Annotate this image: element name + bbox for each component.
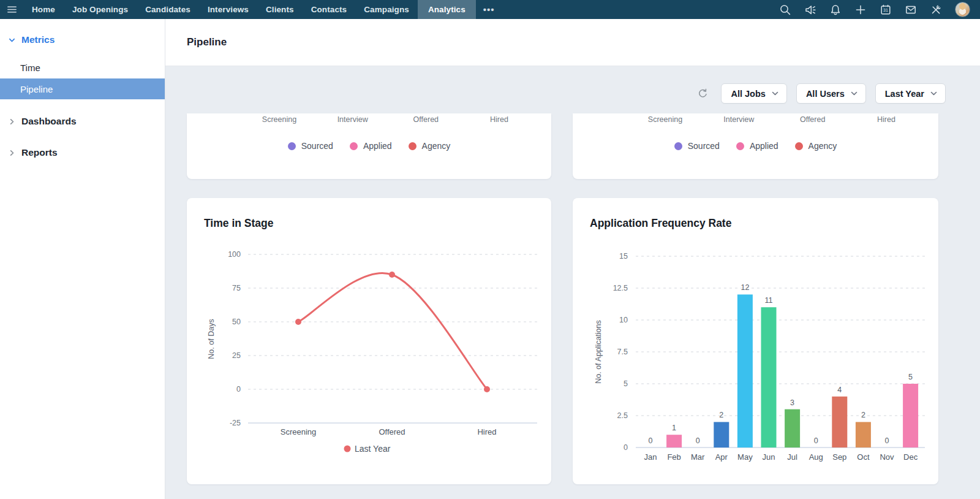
search-icon[interactable] <box>779 4 791 16</box>
sidebar-item-time[interactable]: Time <box>0 57 165 78</box>
legend-label: Agency <box>422 141 451 151</box>
date-range-filter-value: Last Year <box>885 89 924 99</box>
y-tick-label: 0 <box>624 443 628 452</box>
bar-value-label: 5 <box>908 373 913 381</box>
bar-value-label: 2 <box>861 411 865 419</box>
bar-dec[interactable] <box>903 384 918 448</box>
bar-value-label: 0 <box>814 436 818 445</box>
sidebar-group-label: Dashboards <box>21 116 77 127</box>
nav-more-button[interactable]: ••• <box>476 0 502 19</box>
x-tick-label: Mar <box>691 452 705 462</box>
x-tick-label: Nov <box>880 452 894 462</box>
chevron-down-icon <box>930 91 937 96</box>
nav-item-job-openings[interactable]: Job Openings <box>64 0 137 19</box>
primary-nav: Home Job Openings Candidates Interviews … <box>23 0 502 19</box>
bar-feb[interactable] <box>666 435 682 448</box>
chevron-down-icon <box>772 91 778 96</box>
mail-icon[interactable] <box>905 4 917 16</box>
legend-entry-applied[interactable]: Applied <box>350 141 392 151</box>
legend-entry-agency[interactable]: Agency <box>409 141 451 151</box>
bar-value-label: 11 <box>765 296 773 305</box>
bar-sep[interactable] <box>832 397 847 448</box>
stage-label: Interview <box>317 115 389 124</box>
sidebar-group-metrics[interactable]: Metrics <box>0 29 165 50</box>
x-tick-label: Jul <box>787 452 797 462</box>
y-tick-label: 25 <box>232 351 241 360</box>
x-tick-label: May <box>737 452 753 462</box>
legend-entry-sourced[interactable]: Sourced <box>288 141 333 151</box>
legend-entry-agency[interactable]: Agency <box>795 141 837 151</box>
bar-jun[interactable] <box>761 307 777 448</box>
nav-item-interviews[interactable]: Interviews <box>199 0 257 19</box>
data-point-hired[interactable] <box>484 386 490 392</box>
sidebar: Metrics Time Pipeline Dashboards Reports <box>0 19 165 499</box>
bar-oct[interactable] <box>856 422 871 448</box>
x-tick-label: Aug <box>809 452 823 462</box>
legend-entry-applied[interactable]: Applied <box>736 141 778 151</box>
jobs-filter-value: All Jobs <box>731 89 765 99</box>
bar-value-label: 0 <box>649 436 653 445</box>
nav-item-campaigns[interactable]: Campaigns <box>355 0 418 19</box>
pipeline-chart-card-right: Screening Interview Offered Hired Source… <box>573 113 938 179</box>
legend-dot <box>409 142 417 150</box>
date-range-filter-dropdown[interactable]: Last Year <box>875 83 946 104</box>
bar-value-label: 0 <box>696 436 700 445</box>
line-series <box>298 273 487 389</box>
data-point-screening[interactable] <box>295 319 301 325</box>
notifications-bell-icon[interactable] <box>829 4 842 16</box>
y-tick-label: 100 <box>228 250 241 259</box>
jobs-filter-dropdown[interactable]: All Jobs <box>721 83 786 104</box>
bar-may[interactable] <box>737 294 753 448</box>
x-tick-label: Jan <box>644 452 657 462</box>
nav-item-candidates[interactable]: Candidates <box>137 0 199 19</box>
bar-jul[interactable] <box>785 409 800 448</box>
data-point-offered[interactable] <box>389 272 395 278</box>
refresh-button[interactable] <box>695 86 710 102</box>
time-in-stage-card: Time in Stage 1007550250-25No. of DaysSc… <box>187 198 551 484</box>
user-avatar[interactable] <box>955 2 970 17</box>
legend-dot <box>736 142 744 150</box>
y-tick-label: 75 <box>232 284 241 292</box>
page-title: Pipeline <box>187 36 227 48</box>
tools-settings-icon[interactable] <box>930 4 942 16</box>
bar-value-label: 2 <box>719 411 723 419</box>
y-tick-label: 5 <box>624 379 628 388</box>
x-tick-label: Jun <box>763 452 775 462</box>
legend-dot <box>674 142 682 150</box>
sidebar-item-pipeline[interactable]: Pipeline <box>0 78 165 99</box>
y-axis-title: No. of Days <box>207 319 216 359</box>
hamburger-menu-icon[interactable] <box>0 0 23 19</box>
sidebar-group-dashboards[interactable]: Dashboards <box>0 111 165 132</box>
chart-legend: Sourced Applied Agency <box>573 141 938 151</box>
users-filter-dropdown[interactable]: All Users <box>796 83 866 104</box>
legend-label[interactable]: Last Year <box>355 444 391 454</box>
filter-row: All Jobs All Users Last Year <box>165 83 946 104</box>
svg-text:31: 31 <box>883 8 888 12</box>
nav-item-clients[interactable]: Clients <box>257 0 303 19</box>
chevron-down-icon <box>851 91 858 96</box>
stage-label: Offered <box>777 115 849 124</box>
nav-item-home[interactable]: Home <box>23 0 64 19</box>
calendar-icon[interactable]: 31 <box>880 4 892 16</box>
legend-entry-sourced[interactable]: Sourced <box>674 141 720 151</box>
stage-axis-labels: Screening Interview Offered Hired <box>629 115 922 124</box>
x-tick-label: Screening <box>281 427 317 436</box>
legend-dot <box>795 142 803 150</box>
y-tick-label: 15 <box>619 252 628 261</box>
bar-value-label: 1 <box>672 424 676 432</box>
application-frequency-card: Application Frequency Rate 1512.5107.552… <box>573 198 938 484</box>
nav-item-contacts[interactable]: Contacts <box>303 0 356 19</box>
stage-label: Interview <box>703 115 775 124</box>
chevron-down-icon <box>9 37 15 44</box>
add-plus-icon[interactable] <box>854 4 867 16</box>
chart-legend: Sourced Applied Agency <box>187 141 551 151</box>
sidebar-group-label: Reports <box>21 147 58 158</box>
megaphone-icon[interactable] <box>804 4 816 16</box>
legend-label: Sourced <box>688 141 720 151</box>
nav-item-analytics[interactable]: Analytics <box>418 0 476 19</box>
sidebar-group-reports[interactable]: Reports <box>0 142 165 163</box>
x-tick-label: Sep <box>832 452 846 462</box>
x-tick-label: Feb <box>667 452 680 462</box>
legend-label: Applied <box>363 141 392 151</box>
bar-apr[interactable] <box>714 422 729 448</box>
